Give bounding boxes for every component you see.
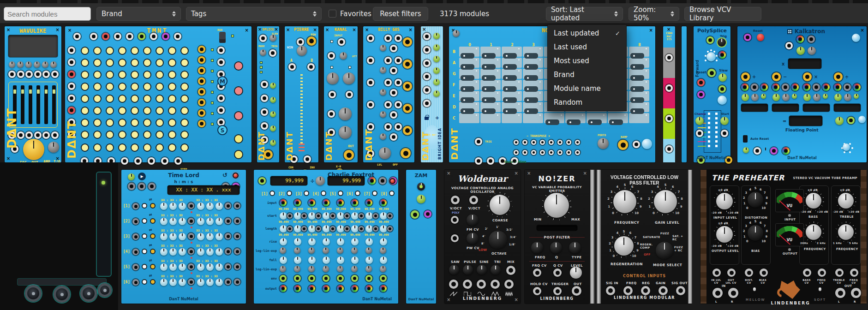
column-label: [6] <box>347 192 353 196</box>
cell-value: 99,999 <box>350 233 360 236</box>
mode-fuzzrc: FUZZ + RC <box>674 245 685 252</box>
module-wavulike[interactable]: × × × × WAVULIKE EOC OUT AMP I/O DΔNT <box>5 26 61 162</box>
module-chromatics[interactable]: × CHROMATICS <box>663 26 675 162</box>
vu-screw <box>788 214 791 217</box>
module-kalkatron[interactable]: × Kalkatron Reset x +−×÷ = Floating Poin… <box>737 26 867 162</box>
sort-option-random[interactable]: Random <box>548 95 626 109</box>
module-splice[interactable]: × × SPLICE SLEW MODE TRIG DΔNT <box>257 26 279 162</box>
module-preheater[interactable]: THE PREHEATER STEREO VC VACUUM TUBE PREA… <box>700 170 867 304</box>
knob <box>294 238 301 245</box>
knob <box>280 256 287 264</box>
ngrow: G <box>453 69 456 80</box>
sort-option-label: Last updated <box>554 29 599 37</box>
jack <box>323 285 329 292</box>
module-kanal[interactable]: × × KANAL INPUT ATT OUT X·0 DΔNT <box>324 26 358 162</box>
pad-button <box>81 131 89 139</box>
trigger-jack <box>553 287 562 295</box>
grid-cell <box>459 102 479 112</box>
knob-column <box>433 33 440 97</box>
jack <box>712 268 721 277</box>
module-bright-idea[interactable]: × + Pick me! BRIGHT IDEA DΔNT <box>421 26 443 162</box>
note-pill <box>503 53 517 59</box>
jack <box>351 199 358 206</box>
cell-value: 99,999 <box>336 207 346 210</box>
module-billy-g8s[interactable]: × × BILLY G8S LVL OFF DΔNT <box>363 26 414 162</box>
caster-wheel <box>54 286 70 303</box>
sort-select-label: Sort: Last updated <box>551 6 611 22</box>
jack <box>782 83 789 91</box>
module-time-lord[interactable]: ▶ Time Lord h : m : s ↺ XX : XX : XX . x… <box>121 170 246 304</box>
scale-number: 7 <box>764 191 766 195</box>
led-square <box>330 66 333 69</box>
jack <box>132 233 139 240</box>
sort-option-label: Brand <box>554 71 575 79</box>
jack <box>198 56 205 64</box>
knob <box>169 233 177 240</box>
knob <box>216 263 223 271</box>
brand-logo: DΔNT <box>257 131 266 161</box>
probability-knob <box>544 193 569 218</box>
module-little-pig[interactable]: LITTLE PIG <box>6 162 117 305</box>
jack <box>449 280 458 289</box>
tags-filter-select[interactable]: Tags <box>186 7 322 21</box>
knob <box>280 225 287 232</box>
start-label: Start <box>721 112 729 115</box>
module-noizer[interactable]: × × NO!ZER VC VARIABLE PROBABILITY EMITT… <box>525 170 589 304</box>
jack <box>751 83 758 91</box>
row-time-value: XX : XX : XX <box>196 229 218 232</box>
sort-option-last-used[interactable]: Last used <box>548 40 626 54</box>
module-charlie-foxtrot[interactable]: Charlie Foxtrot 99,999 ÷ 99,999 [1][2][3… <box>254 170 398 304</box>
sort-select[interactable]: Sort: Last updated <box>546 7 623 21</box>
jack <box>316 226 321 232</box>
sort-option-most-used[interactable]: Most used <box>548 54 626 68</box>
row-label: input <box>254 201 277 205</box>
module-vc-lowpass-filter[interactable]: VOLTAGE CONTROLLED LOW PASS FILTER 01234… <box>597 170 692 304</box>
reset-filters-button[interactable]: Reset filters <box>373 7 428 21</box>
pad-button <box>180 95 189 103</box>
jack <box>491 280 500 289</box>
triangle-wave-icon <box>491 292 499 296</box>
search-input[interactable] <box>4 7 91 21</box>
jack <box>225 248 231 255</box>
module-zam[interactable]: ZAM DanT NuMetal <box>406 170 436 304</box>
eqw-jack <box>307 36 316 46</box>
section-green <box>663 108 675 139</box>
cv-jacks-dist <box>745 268 768 277</box>
zoom-select[interactable]: Zoom: 50% <box>629 7 679 21</box>
jack <box>549 150 554 155</box>
brand-filter-select[interactable]: Brand <box>96 7 181 21</box>
jack <box>847 117 855 124</box>
pad-button <box>131 119 139 127</box>
jack <box>390 89 397 96</box>
module-title: Kalkatron <box>795 28 825 35</box>
jack <box>665 54 673 61</box>
white-button <box>142 203 147 209</box>
sort-option-brand[interactable]: Brand <box>548 68 626 82</box>
module-pierre[interactable]: × × PIERRE EQW WIN A B COR INV DΔNT <box>285 26 318 162</box>
knob <box>772 94 780 101</box>
module-woldemar[interactable]: × × × × Woldemar VOLTAGE CONTROLLED ANAL… <box>444 170 521 304</box>
sort-option-module-name[interactable]: Module name <box>548 82 626 95</box>
sort-option-last-updated[interactable]: Last updated✓ <box>548 26 626 40</box>
knob <box>169 203 177 210</box>
in-jacks <box>712 288 738 298</box>
favorites-checkbox[interactable] <box>329 10 336 18</box>
knob <box>308 247 315 254</box>
p20-label: +20 dB <box>727 244 739 247</box>
module-blank-strip[interactable] <box>682 26 687 162</box>
scale-number: 2 <box>743 229 745 233</box>
module-polysplice[interactable]: PolySplice Trig Forward Reset Slew Chanc… <box>694 26 730 162</box>
freq-label: FREQ <box>626 281 637 285</box>
jack <box>308 285 315 292</box>
module-tmnt[interactable]: × × TMNT RUN M S STEP DΔNT <box>65 26 251 162</box>
knob <box>365 247 372 254</box>
browse-library-button[interactable]: Browse VCV Library <box>684 7 761 21</box>
grid-cell <box>629 102 649 112</box>
holdcv-label: HOLD CV <box>530 282 548 286</box>
cv-label: FREQ CV <box>815 279 828 284</box>
auto-reset-label: Auto Reset <box>750 137 769 141</box>
knob <box>433 90 440 97</box>
ngrow: F <box>453 80 456 91</box>
type-label: TYPE <box>572 256 581 259</box>
grid-cell <box>480 80 501 90</box>
